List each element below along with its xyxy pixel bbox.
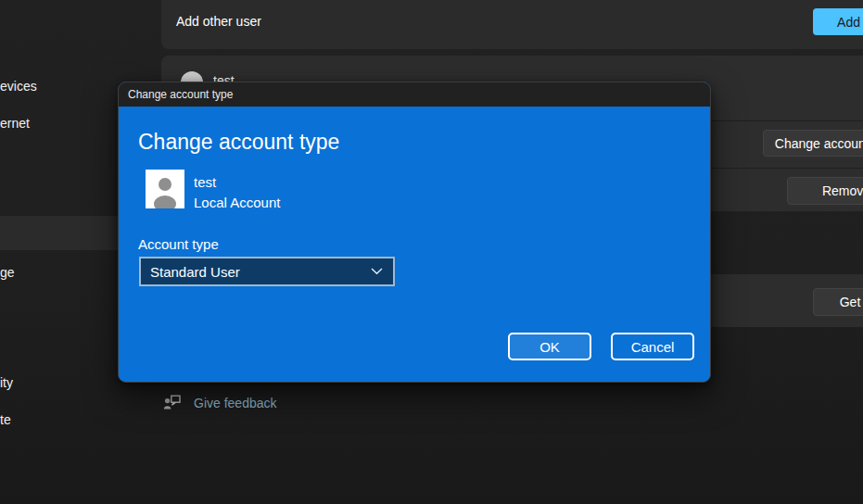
sidebar-item-devices[interactable]: evices [0, 79, 37, 94]
add-account-button[interactable]: Add account [813, 8, 863, 35]
get-button[interactable]: Get [813, 288, 863, 316]
add-other-user-card: Add other user Add account [161, 0, 863, 49]
dialog-user-name: test [194, 172, 280, 193]
sidebar-item-update[interactable]: te [0, 412, 11, 427]
sidebar-item-security[interactable]: ity [0, 375, 13, 390]
account-type-value: Standard User [150, 264, 371, 280]
dialog-body: Change account type test Local Account A… [119, 107, 710, 382]
cancel-button[interactable]: Cancel [611, 333, 694, 360]
dialog-user-kind: Local Account [194, 193, 280, 213]
ok-button[interactable]: OK [508, 333, 591, 360]
change-account-type-dialog: Change account type Change account type … [118, 82, 711, 383]
remove-button[interactable]: Remove [787, 177, 863, 205]
feedback-icon [163, 395, 182, 411]
sidebar-item-internet[interactable]: ernet [0, 116, 30, 131]
dialog-heading: Change account type [138, 130, 339, 155]
change-account-type-button[interactable]: Change account type [763, 130, 863, 157]
dialog-title: Change account type [128, 88, 233, 101]
dialog-title-bar[interactable]: Change account type [119, 82, 710, 107]
sidebar-item-language[interactable]: ge [0, 265, 15, 280]
account-type-label: Account type [138, 236, 219, 252]
chevron-down-icon [371, 268, 383, 275]
account-type-dropdown[interactable]: Standard User [139, 257, 395, 286]
dialog-user-avatar [146, 170, 184, 208]
dialog-user-info: test Local Account [194, 172, 280, 213]
give-feedback-row: Give feedback [163, 395, 277, 411]
give-feedback-link[interactable]: Give feedback [194, 396, 277, 410]
add-other-user-label: Add other user [176, 14, 261, 29]
